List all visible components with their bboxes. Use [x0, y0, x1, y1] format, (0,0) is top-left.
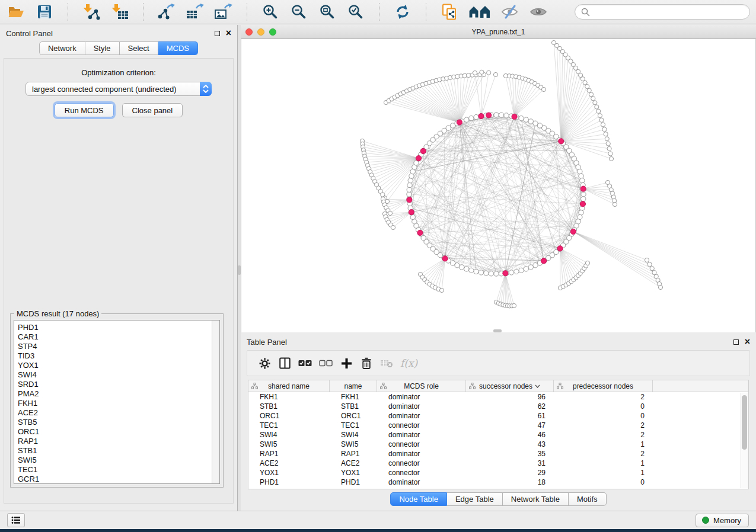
zoom-in-button[interactable]: [260, 2, 280, 21]
tab-mcds[interactable]: MCDS: [158, 41, 198, 55]
mcds-result-item[interactable]: PMA2: [14, 389, 219, 399]
close-table-panel-icon[interactable]: ×: [745, 339, 750, 345]
export-image-button[interactable]: [213, 2, 234, 21]
mcds-result-item[interactable]: TEC1: [14, 465, 219, 475]
column-header-name[interactable]: name: [330, 380, 377, 392]
mcds-result-item[interactable]: PHD1: [14, 323, 219, 332]
close-panel-icon[interactable]: ×: [226, 30, 231, 36]
network-window-titlebar[interactable]: YPA_prune.txt_1: [241, 25, 756, 39]
import-network-button[interactable]: [81, 2, 101, 21]
table-scrollbar-thumb[interactable]: [742, 395, 747, 450]
table-panel-divider-handle[interactable]: [493, 329, 502, 332]
select-all-columns-button[interactable]: [298, 355, 312, 371]
dominator-node[interactable]: [580, 186, 586, 191]
dominator-node[interactable]: [407, 197, 412, 203]
save-session-button[interactable]: [34, 2, 55, 21]
table-scrollbar[interactable]: [741, 393, 748, 488]
memory-button[interactable]: Memory: [696, 514, 749, 527]
function-builder-button[interactable]: f(x): [400, 355, 417, 371]
tab-network[interactable]: Network: [39, 41, 85, 55]
column-header-successor-nodes[interactable]: successor nodes: [466, 380, 554, 392]
home-button[interactable]: [468, 2, 492, 21]
tab-motifs[interactable]: Motifs: [569, 492, 607, 506]
hide-selected-button[interactable]: [500, 2, 520, 21]
column-header-predecessor-nodes[interactable]: predecessor nodes: [554, 380, 653, 392]
import-table-button[interactable]: [110, 2, 130, 21]
refresh-button[interactable]: [393, 2, 413, 21]
column-chooser-button[interactable]: [278, 355, 291, 371]
column-header-MCDS-role[interactable]: MCDS role: [377, 380, 466, 392]
delete-table-button[interactable]: [380, 355, 393, 371]
tab-node-table[interactable]: Node Table: [390, 492, 447, 506]
mcds-result-item[interactable]: SRD1: [14, 380, 219, 389]
table-row[interactable]: SWI5SWI5connector431: [248, 440, 748, 449]
close-panel-button[interactable]: Close panel: [122, 103, 183, 117]
mcds-result-item[interactable]: YOX1: [14, 361, 219, 370]
run-mcds-button[interactable]: Run MCDS: [55, 103, 114, 117]
settings-gear-button[interactable]: [258, 355, 271, 371]
mcds-result-item[interactable]: STB1: [14, 446, 219, 456]
share-document-button[interactable]: [439, 2, 460, 21]
mcds-result-item[interactable]: GCR1: [14, 475, 219, 484]
table-row[interactable]: PHD1PHD1dominator180: [248, 477, 748, 487]
open-file-button[interactable]: [6, 2, 26, 21]
mcds-result-item[interactable]: RAP1: [14, 437, 219, 446]
mcds-result-item[interactable]: STB5: [14, 418, 219, 427]
dominator-node[interactable]: [409, 210, 414, 215]
delete-column-button[interactable]: [360, 355, 373, 371]
column-header-shared-name[interactable]: shared name: [248, 380, 330, 392]
dominator-node[interactable]: [486, 113, 492, 118]
dominator-node[interactable]: [416, 156, 421, 161]
tab-style[interactable]: Style: [85, 41, 120, 55]
mcds-result-item[interactable]: STP4: [14, 342, 219, 351]
table-row[interactable]: RAP1RAP1dominator352: [248, 449, 748, 459]
tab-network-table[interactable]: Network Table: [503, 492, 569, 506]
float-table-panel-icon[interactable]: [733, 339, 739, 345]
dominator-node[interactable]: [420, 148, 426, 153]
optimization-criterion-select[interactable]: largest connected component (undirected): [25, 82, 212, 96]
add-column-button[interactable]: [340, 355, 353, 371]
table-row[interactable]: ORC1ORC1dominator610: [248, 411, 748, 421]
export-table-button[interactable]: [185, 2, 205, 21]
deselect-all-columns-button[interactable]: [319, 355, 333, 371]
mcds-result-item[interactable]: SWI5: [14, 456, 219, 465]
tab-edge-table[interactable]: Edge Table: [447, 492, 503, 506]
zoom-fit-button[interactable]: [317, 2, 337, 21]
table-row[interactable]: FKH1FKH1dominator962: [248, 392, 748, 402]
dominator-node[interactable]: [559, 139, 564, 144]
dominator-node[interactable]: [541, 258, 546, 264]
mcds-result-item[interactable]: CAR1: [14, 332, 219, 342]
show-all-button[interactable]: [528, 2, 548, 21]
mcds-result-item[interactable]: SWI4: [14, 370, 219, 380]
dominator-node[interactable]: [442, 256, 448, 261]
mcds-result-item[interactable]: TID3: [14, 351, 219, 361]
dominator-node[interactable]: [512, 114, 517, 119]
dominator-node[interactable]: [557, 246, 563, 251]
export-network-button[interactable]: [157, 2, 177, 21]
toolbar-separator: [68, 3, 68, 21]
table-row[interactable]: STB1STB1dominator620: [248, 402, 748, 411]
dominator-node[interactable]: [417, 230, 423, 235]
table-row[interactable]: TEC1TEC1connector472: [248, 421, 748, 430]
mcds-result-item[interactable]: ORC1: [14, 427, 219, 437]
mcds-list-scrollbar[interactable]: [212, 321, 219, 483]
column-chooser-icon: [279, 357, 291, 369]
dominator-node[interactable]: [580, 201, 585, 207]
dominator-node[interactable]: [570, 229, 576, 234]
table-row[interactable]: YOX1YOX1connector291: [248, 468, 748, 477]
dominator-node[interactable]: [457, 120, 462, 125]
table-row[interactable]: SWI4SWI4dominator462: [248, 430, 748, 440]
float-panel-icon[interactable]: [215, 31, 220, 36]
tab-select[interactable]: Select: [120, 41, 158, 55]
zoom-out-button[interactable]: [289, 2, 309, 21]
dominator-node[interactable]: [479, 113, 484, 118]
network-canvas[interactable]: [241, 39, 756, 332]
search-field[interactable]: [575, 4, 750, 20]
dominator-node[interactable]: [503, 271, 508, 276]
zoom-selected-button[interactable]: [346, 2, 366, 21]
mcds-result-item[interactable]: FKH1: [14, 399, 219, 408]
search-input[interactable]: [594, 8, 744, 17]
table-row[interactable]: ACE2ACE2connector311: [248, 459, 748, 468]
task-history-button[interactable]: [7, 513, 25, 527]
mcds-result-item[interactable]: ACE2: [14, 408, 219, 418]
